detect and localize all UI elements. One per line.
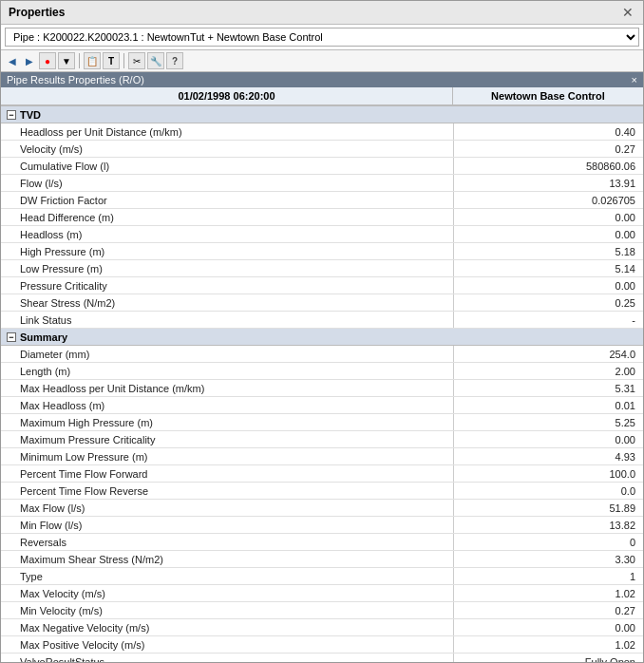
table-row: Length (m) 2.00 — [1, 363, 643, 380]
summary-label-12: Maximum Shear Stress (N/m2) — [1, 551, 453, 567]
summary-value-13: 1 — [453, 568, 643, 584]
tvd-section-header: − TVD — [1, 106, 643, 123]
summary-rows: Diameter (mm) 254.0 Length (m) 2.00 Max … — [1, 346, 643, 662]
summary-value-5: 0.00 — [453, 431, 643, 447]
section-header-bar: Pipe Results Properties (R/O) × — [1, 72, 643, 87]
column-headers: 01/02/1998 06:20:00 Newtown Base Control — [1, 87, 643, 106]
record-button[interactable]: ● — [39, 52, 56, 69]
tvd-value-9: 0.00 — [453, 277, 643, 294]
tvd-label-11: Link Status — [1, 312, 453, 328]
summary-label-3: Max Headloss (m) — [1, 397, 453, 413]
date-column-header: 01/02/1998 06:20:00 — [1, 87, 453, 104]
nav-forward-button[interactable]: ▶ — [22, 53, 37, 68]
summary-collapse-icon[interactable]: − — [7, 332, 16, 342]
text-button[interactable]: T — [103, 52, 120, 69]
tvd-value-10: 0.25 — [453, 294, 643, 311]
tvd-label-10: Shear Stress (N/m2) — [1, 294, 453, 311]
summary-value-11: 0 — [453, 534, 643, 550]
title-bar: Properties ✕ — [1, 1, 643, 25]
section-header-close[interactable]: × — [632, 74, 637, 85]
table-area[interactable]: − TVD Headloss per Unit Distance (m/km) … — [1, 106, 643, 662]
table-row: Maximum Shear Stress (N/m2) 3.30 — [1, 551, 643, 568]
tvd-label-1: Velocity (m/s) — [1, 141, 453, 157]
tvd-value-11: - — [453, 312, 643, 328]
summary-label-7: Percent Time Flow Forward — [1, 465, 453, 482]
table-row: Head Difference (m) 0.00 — [1, 209, 643, 226]
table-row: Type 1 — [1, 568, 643, 585]
summary-label-15: Min Velocity (m/s) — [1, 602, 453, 618]
tvd-value-3: 13.91 — [453, 175, 643, 191]
table-row: High Pressure (m) 5.18 — [1, 243, 643, 260]
dropdown-bar: Pipe : K200022.K200023.1 : NewtownTut + … — [1, 25, 643, 50]
table-row: Max Negative Velocity (m/s) 0.00 — [1, 619, 643, 636]
table-row: Low Pressure (m) 5.14 — [1, 260, 643, 277]
tvd-rows: Headloss per Unit Distance (m/km) 0.40 V… — [1, 123, 643, 329]
summary-label-1: Length (m) — [1, 363, 453, 379]
help-button[interactable]: ? — [166, 52, 183, 69]
toolbar-sep-2 — [123, 53, 124, 68]
copy-button[interactable]: 📋 — [84, 52, 101, 69]
table-row: Diameter (mm) 254.0 — [1, 346, 643, 363]
tvd-label-3: Flow (l/s) — [1, 175, 453, 191]
summary-section-label: Summary — [20, 332, 67, 343]
summary-label-6: Minimum Low Pressure (m) — [1, 448, 453, 464]
nav-back-button[interactable]: ◀ — [5, 53, 20, 68]
table-row: Reversals 0 — [1, 534, 643, 551]
table-row: Pressure Criticality 0.00 — [1, 277, 643, 294]
table-row: Max Velocity (m/s) 1.02 — [1, 585, 643, 602]
summary-label-17: Max Positive Velocity (m/s) — [1, 636, 453, 653]
tvd-value-6: 0.00 — [453, 226, 643, 242]
summary-value-10: 13.82 — [453, 517, 643, 533]
summary-label-18: ValveResultStatus — [1, 654, 453, 662]
summary-value-7: 100.0 — [453, 465, 643, 482]
tvd-label-8: Low Pressure (m) — [1, 260, 453, 276]
pipe-dropdown[interactable]: Pipe : K200022.K200023.1 : NewtownTut + … — [5, 28, 639, 47]
tvd-value-2: 580860.06 — [453, 158, 643, 174]
summary-value-8: 0.0 — [453, 483, 643, 499]
tvd-label-2: Cumulative Flow (l) — [1, 158, 453, 174]
scissors-button[interactable]: ✂ — [128, 52, 145, 69]
table-row: Link Status - — [1, 312, 643, 329]
toolbar-sep-1 — [79, 53, 80, 68]
table-row: Percent Time Flow Reverse 0.0 — [1, 483, 643, 500]
summary-label-5: Maximum Pressure Criticality — [1, 431, 453, 447]
dropdown-button[interactable]: ▼ — [58, 52, 75, 69]
tvd-value-0: 0.40 — [453, 123, 643, 140]
summary-label-8: Percent Time Flow Reverse — [1, 483, 453, 499]
tvd-collapse-icon[interactable]: − — [7, 110, 16, 120]
tvd-label-7: High Pressure (m) — [1, 243, 453, 259]
summary-label-0: Diameter (mm) — [1, 346, 453, 362]
summary-label-9: Max Flow (l/s) — [1, 500, 453, 516]
tvd-value-7: 5.18 — [453, 243, 643, 259]
tvd-label-5: Head Difference (m) — [1, 209, 453, 225]
table-row: Minimum Low Pressure (m) 4.93 — [1, 448, 643, 465]
close-icon[interactable]: ✕ — [620, 5, 635, 20]
table-row: Max Headloss (m) 0.01 — [1, 397, 643, 414]
scenario-column-header: Newtown Base Control — [453, 87, 643, 104]
tvd-value-1: 0.27 — [453, 141, 643, 157]
summary-value-0: 254.0 — [453, 346, 643, 362]
table-row: ValveResultStatus Fully Open — [1, 654, 643, 662]
summary-value-3: 0.01 — [453, 397, 643, 413]
summary-value-15: 0.27 — [453, 602, 643, 618]
summary-label-11: Reversals — [1, 534, 453, 550]
tvd-value-8: 5.14 — [453, 260, 643, 276]
table-row: Maximum High Pressure (m) 5.25 — [1, 414, 643, 431]
summary-value-2: 5.31 — [453, 380, 643, 396]
summary-value-17: 1.02 — [453, 636, 643, 653]
summary-value-6: 4.93 — [453, 448, 643, 464]
tvd-label-4: DW Friction Factor — [1, 192, 453, 208]
tvd-label-0: Headloss per Unit Distance (m/km) — [1, 123, 453, 140]
table-row: Headloss per Unit Distance (m/km) 0.40 — [1, 123, 643, 141]
table-row: Percent Time Flow Forward 100.0 — [1, 465, 643, 483]
summary-label-4: Maximum High Pressure (m) — [1, 414, 453, 430]
summary-value-4: 5.25 — [453, 414, 643, 430]
table-row: Min Velocity (m/s) 0.27 — [1, 602, 643, 619]
tvd-value-5: 0.00 — [453, 209, 643, 225]
summary-label-10: Min Flow (l/s) — [1, 517, 453, 533]
summary-label-14: Max Velocity (m/s) — [1, 585, 453, 601]
wrench-button[interactable]: 🔧 — [147, 52, 164, 69]
tvd-value-4: 0.026705 — [453, 192, 643, 208]
table-row: Max Flow (l/s) 51.89 — [1, 500, 643, 517]
table-row: Maximum Pressure Criticality 0.00 — [1, 431, 643, 448]
